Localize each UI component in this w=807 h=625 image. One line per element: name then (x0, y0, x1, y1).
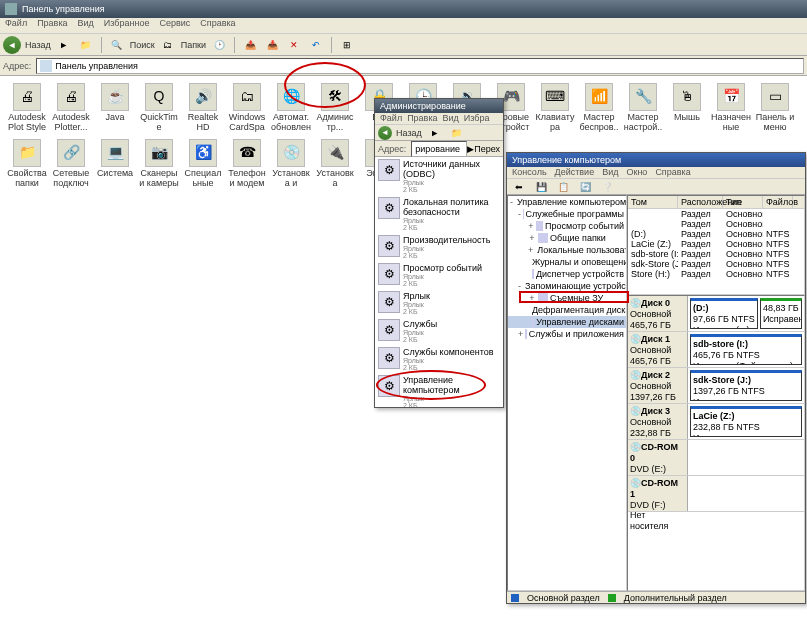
tree-item[interactable]: Управление дисками (508, 316, 626, 328)
disk-partition[interactable]: 48,83 ГБИсправен (760, 298, 802, 329)
move-icon[interactable]: 📤 (241, 36, 259, 54)
column-header[interactable]: Файлов (763, 196, 793, 208)
tree-expand-icon[interactable]: + (528, 221, 534, 231)
admin-list-item[interactable]: ⚙Службы компонентовЯрлык2 КБ (375, 345, 503, 373)
search-label[interactable]: Поиск (130, 40, 155, 50)
tree-expand-icon[interactable]: + (528, 233, 536, 243)
tree-item[interactable]: Диспетчер устройств (508, 268, 626, 280)
control-panel-item[interactable]: 🗂Windows CardSpace (225, 81, 269, 137)
control-panel-item[interactable]: 📶Мастер беспров... (577, 81, 621, 137)
menu-item[interactable]: Консоль (512, 167, 547, 178)
mgmt-props-icon[interactable]: 📋 (554, 178, 572, 196)
control-panel-item[interactable]: 🖨Autodesk Plotter... (49, 81, 93, 137)
disk-row[interactable]: 💿Диск 3Основной232,88 ГБПодключенLaCie (… (628, 404, 804, 440)
admin-list-item[interactable]: ⚙Управление компьютеромЯрлык2 КБ (375, 373, 503, 407)
volume-row[interactable]: РазделОсновной (628, 219, 804, 229)
folders-icon[interactable]: 🗂 (159, 36, 177, 54)
folders-label[interactable]: Папки (181, 40, 206, 50)
column-header[interactable]: Тип (723, 196, 763, 208)
admin-list-item[interactable]: ⚙СлужбыЯрлык2 КБ (375, 317, 503, 345)
menu-item[interactable]: Файл (380, 113, 402, 124)
column-header[interactable]: Расположение (678, 196, 723, 208)
control-panel-item[interactable]: 🔊Realtek HD Конфигура... (181, 81, 225, 137)
tree-item[interactable]: +Общие папки (508, 232, 626, 244)
admin-list-item[interactable]: ⚙ПроизводительностьЯрлык2 КБ (375, 233, 503, 261)
menu-item[interactable]: Справка (655, 167, 690, 178)
disk-partition[interactable]: LaCie (Z:)232,88 ГБ NTFSИсправен (690, 406, 802, 437)
control-panel-item[interactable]: 🖱Мышь (665, 81, 709, 137)
control-panel-item[interactable]: 🔗Сетевые подключения (49, 137, 93, 193)
disk-row[interactable]: 💿Диск 2Основной1397,26 ГБПодключенsdk-St… (628, 368, 804, 404)
control-panel-item[interactable]: ▭Панель и меню (753, 81, 797, 137)
admin-list-item[interactable]: ⚙Просмотр событийЯрлык2 КБ (375, 261, 503, 289)
volume-row[interactable]: (D:)РазделОсновнойNTFS (628, 229, 804, 239)
control-panel-item[interactable]: 🔧Мастер настрой... (621, 81, 665, 137)
tree-item[interactable]: Журналы и оповещения (508, 256, 626, 268)
tree-item[interactable]: +Съемные ЗУ (508, 292, 626, 304)
volume-table[interactable]: ТомРасположениеТипФайлов РазделОсновнойР… (627, 195, 805, 295)
tree-item[interactable]: +Службы и приложения (508, 328, 626, 340)
control-panel-item[interactable]: ☕Java (93, 81, 137, 137)
admin-list-item[interactable]: ⚙ЯрлыкЯрлык2 КБ (375, 289, 503, 317)
disk-list[interactable]: 💿Диск 0Основной465,76 ГБПодключен(D:)97,… (627, 295, 805, 591)
volume-row[interactable]: РазделОсновной (628, 209, 804, 219)
menu-item[interactable]: Действие (555, 167, 595, 178)
tree-expand-icon[interactable]: - (510, 197, 513, 207)
back-button[interactable]: ◄ (3, 36, 21, 54)
tree-expand-icon[interactable]: - (518, 209, 521, 219)
window-computer-management[interactable]: Управление компьютером КонсольДействиеВи… (506, 152, 806, 604)
views-icon[interactable]: ⊞ (338, 36, 356, 54)
control-panel-item[interactable]: 💿Установка и удаление... (269, 137, 313, 193)
menu-item[interactable]: Избранное (104, 18, 150, 33)
back-label[interactable]: Назад (25, 40, 51, 50)
address-field[interactable]: Панель управления (36, 58, 804, 74)
tree-expand-icon[interactable]: + (528, 245, 533, 255)
delete-icon[interactable]: ✕ (285, 36, 303, 54)
mgmt-save-icon[interactable]: 💾 (532, 178, 550, 196)
mgmt-help-icon[interactable]: ❔ (598, 178, 616, 196)
copy-icon[interactable]: 📥 (263, 36, 281, 54)
menu-item[interactable]: Справка (200, 18, 235, 33)
admin-back-button[interactable]: ◄ (378, 126, 392, 140)
control-panel-item[interactable]: ☎Телефон и модем (225, 137, 269, 193)
control-panel-item[interactable]: 📅Назначенные задания (709, 81, 753, 137)
menu-item[interactable]: Правка (37, 18, 67, 33)
control-panel-item[interactable]: 🖨Autodesk Plot Style Manager (5, 81, 49, 137)
tree-item[interactable]: -Управление компьютером (локал (508, 196, 626, 208)
admin-forward-button[interactable]: ► (426, 124, 444, 142)
column-header[interactable]: Том (628, 196, 678, 208)
undo-icon[interactable]: ↶ (307, 36, 325, 54)
window-admin-tools[interactable]: Администрирование ФайлПравкаВидИзбра ◄ Н… (374, 98, 504, 408)
menu-item[interactable]: Вид (602, 167, 618, 178)
disk-row[interactable]: 💿CD-ROM 1DVD (F:)Нет носителя (628, 476, 804, 512)
tree-item[interactable]: +Просмотр событий (508, 220, 626, 232)
control-panel-item[interactable]: 🛠Администр... (313, 81, 357, 137)
disk-row[interactable]: 💿Диск 0Основной465,76 ГБПодключен(D:)97,… (628, 296, 804, 332)
admin-back-label[interactable]: Назад (396, 128, 422, 138)
tree-expand-icon[interactable]: + (518, 329, 523, 339)
admin-list-item[interactable]: ⚙Локальная политика безопасностиЯрлык2 К… (375, 195, 503, 233)
control-panel-item[interactable]: 🌐Автомат. обновлен... (269, 81, 313, 137)
menu-item[interactable]: Окно (626, 167, 647, 178)
admin-address-field[interactable]: рирование (411, 141, 467, 157)
control-panel-item[interactable]: ⌨Клавиатура (533, 81, 577, 137)
volume-row[interactable]: sdb-store (I:)РазделОсновнойNTFS (628, 249, 804, 259)
menu-item[interactable]: Вид (78, 18, 94, 33)
control-panel-item[interactable]: 📷Сканеры и камеры (137, 137, 181, 193)
volume-row[interactable]: Store (H:)РазделОсновнойNTFS (628, 269, 804, 279)
admin-list-item[interactable]: ⚙Источники данных (ODBC)Ярлык2 КБ (375, 157, 503, 195)
mgmt-tree[interactable]: -Управление компьютером (локал-Служебные… (507, 195, 627, 591)
tree-item[interactable]: -Запоминающие устройства (508, 280, 626, 292)
control-panel-item[interactable]: 📁Свойства папки (5, 137, 49, 193)
tree-item[interactable]: -Служебные программы (508, 208, 626, 220)
volume-row[interactable]: LaCie (Z:)РазделОсновнойNTFS (628, 239, 804, 249)
menu-item[interactable]: Сервис (159, 18, 190, 33)
menu-item[interactable]: Вид (443, 113, 459, 124)
volume-row[interactable]: sdk-Store (J:)РазделОсновнойNTFS (628, 259, 804, 269)
mgmt-back-icon[interactable]: ⬅ (510, 178, 528, 196)
control-panel-item[interactable]: QQuickTime (137, 81, 181, 137)
control-panel-item[interactable]: 🔌Установка оборудова... (313, 137, 357, 193)
disk-partition[interactable]: (D:)97,66 ГБ NTFSИсправен (...) (690, 298, 758, 329)
up-button[interactable]: 📁 (77, 36, 95, 54)
disk-row[interactable]: 💿CD-ROM 0DVD (E:)Нет носителя (628, 440, 804, 476)
